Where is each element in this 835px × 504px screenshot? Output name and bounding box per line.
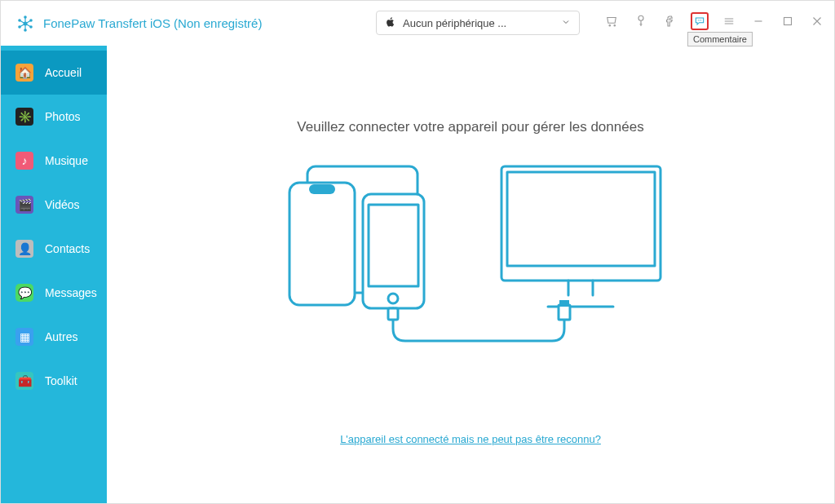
svg-rect-25 bbox=[507, 172, 655, 266]
videos-icon: 🎬 bbox=[15, 196, 33, 214]
home-icon: 🏠 bbox=[15, 64, 33, 82]
comment-icon[interactable] bbox=[691, 12, 709, 30]
sidebar-item-label: Autres bbox=[45, 330, 77, 343]
device-selector[interactable]: Aucun périphérique ... bbox=[376, 11, 580, 35]
device-selector-label: Aucun périphérique ... bbox=[403, 17, 506, 29]
connect-illustration bbox=[275, 160, 666, 364]
content-heading: Veuillez connecter votre appareil pour g… bbox=[297, 119, 643, 135]
app-title: FonePaw Transfert iOS (Non enregistré) bbox=[43, 16, 262, 30]
titlebar: FonePaw Transfert iOS (Non enregistré) A… bbox=[1, 1, 834, 46]
content-area: Veuillez connecter votre appareil pour g… bbox=[107, 46, 834, 503]
sidebar-item-accueil[interactable]: 🏠 Accueil bbox=[1, 51, 107, 95]
music-icon: ♪ bbox=[15, 152, 33, 170]
chevron-down-icon bbox=[561, 17, 571, 29]
sidebar-item-photos[interactable]: ✳️ Photos bbox=[1, 95, 107, 139]
grid-icon: ▦ bbox=[15, 328, 33, 346]
svg-rect-19 bbox=[289, 183, 355, 305]
apple-icon bbox=[385, 16, 396, 30]
sidebar-item-label: Accueil bbox=[45, 66, 82, 79]
app-logo-icon bbox=[15, 14, 35, 33]
toolkit-icon: 🧰 bbox=[15, 372, 33, 390]
sidebar-item-label: Toolkit bbox=[45, 374, 77, 387]
sidebar-item-autres[interactable]: ▦ Autres bbox=[1, 315, 107, 359]
sidebar-item-videos[interactable]: 🎬 Vidéos bbox=[1, 183, 107, 227]
close-icon[interactable] bbox=[808, 12, 826, 30]
sidebar-item-label: Musique bbox=[45, 154, 88, 167]
contacts-icon: 👤 bbox=[15, 240, 33, 258]
sidebar: 🏠 Accueil ✳️ Photos ♪ Musique 🎬 Vidéos 👤… bbox=[1, 46, 107, 503]
svg-point-13 bbox=[638, 15, 643, 20]
messages-icon: 💬 bbox=[15, 284, 33, 302]
svg-point-16 bbox=[700, 20, 701, 20]
svg-rect-27 bbox=[559, 305, 570, 320]
device-not-recognized-link[interactable]: L'appareil est connecté mais ne peut pas… bbox=[340, 433, 601, 445]
key-icon[interactable] bbox=[632, 12, 650, 30]
titlebar-actions bbox=[603, 12, 826, 30]
menu-icon[interactable] bbox=[720, 12, 738, 30]
svg-point-15 bbox=[699, 20, 700, 20]
svg-rect-17 bbox=[784, 18, 792, 25]
svg-point-14 bbox=[698, 20, 699, 20]
minimize-icon[interactable] bbox=[749, 12, 767, 30]
maximize-icon[interactable] bbox=[779, 12, 797, 30]
sidebar-item-label: Contacts bbox=[45, 242, 90, 255]
sidebar-item-label: Messages bbox=[45, 286, 97, 299]
svg-rect-24 bbox=[501, 166, 660, 281]
svg-rect-20 bbox=[309, 184, 335, 194]
svg-rect-26 bbox=[388, 308, 398, 320]
sidebar-item-label: Photos bbox=[45, 110, 81, 123]
facebook-icon[interactable] bbox=[661, 12, 679, 30]
sidebar-item-label: Vidéos bbox=[45, 198, 80, 211]
sidebar-item-musique[interactable]: ♪ Musique bbox=[1, 139, 107, 183]
svg-rect-28 bbox=[559, 300, 569, 307]
photos-icon: ✳️ bbox=[15, 108, 33, 126]
body: 🏠 Accueil ✳️ Photos ♪ Musique 🎬 Vidéos 👤… bbox=[1, 46, 834, 503]
comment-tooltip: Commentaire bbox=[687, 32, 753, 46]
cart-icon[interactable] bbox=[603, 12, 621, 30]
sidebar-item-contacts[interactable]: 👤 Contacts bbox=[1, 227, 107, 271]
svg-rect-21 bbox=[363, 194, 424, 308]
sidebar-item-toolkit[interactable]: 🧰 Toolkit bbox=[1, 359, 107, 403]
sidebar-item-messages[interactable]: 💬 Messages bbox=[1, 271, 107, 315]
app-window: FonePaw Transfert iOS (Non enregistré) A… bbox=[0, 0, 835, 504]
